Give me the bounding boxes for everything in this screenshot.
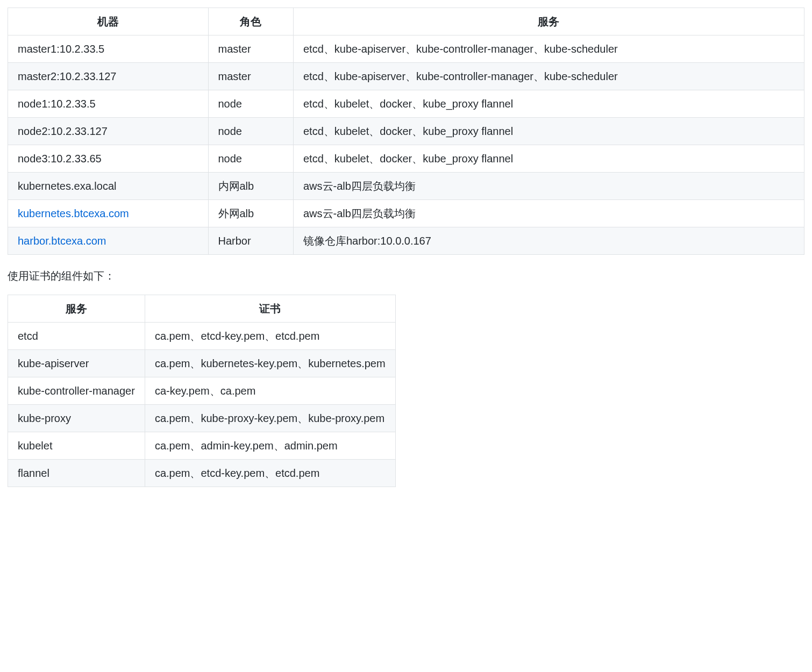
- table-row: harbor.btcexa.comHarbor镜像仓库harbor:10.0.0…: [8, 227, 804, 255]
- table-row: master1:10.2.33.5masteretcd、kube-apiserv…: [8, 35, 804, 63]
- services-cell: aws云-alb四层负载均衡: [293, 200, 804, 227]
- role-cell: master: [208, 63, 293, 90]
- col-machine-header: 机器: [8, 8, 209, 35]
- certs-cell: ca.pem、admin-key.pem、admin.pem: [145, 432, 395, 460]
- role-cell: Harbor: [208, 227, 293, 255]
- machine-cell: master2:10.2.33.127: [8, 63, 209, 90]
- table-row: node3:10.2.33.65nodeetcd、kubelet、docker、…: [8, 145, 804, 173]
- page-root: 机器 角色 服务 master1:10.2.33.5masteretcd、kub…: [0, 0, 812, 517]
- role-cell: node: [208, 145, 293, 173]
- certs-cell: ca.pem、etcd-key.pem、etcd.pem: [145, 460, 395, 487]
- services-cell: etcd、kubelet、docker、kube_proxy flannel: [293, 145, 804, 173]
- certificates-table: 服务 证书 etcdca.pem、etcd-key.pem、etcd.pemku…: [8, 295, 396, 487]
- certs-cell: ca.pem、kube-proxy-key.pem、kube-proxy.pem: [145, 405, 395, 432]
- service-cell: kube-apiserver: [8, 350, 145, 377]
- role-cell: node: [208, 90, 293, 118]
- services-cell: 镜像仓库harbor:10.0.0.167: [293, 227, 804, 255]
- machine-link[interactable]: harbor.btcexa.com: [18, 235, 106, 247]
- table-header-row: 服务 证书: [8, 295, 396, 323]
- table-row: node1:10.2.33.5nodeetcd、kubelet、docker、k…: [8, 90, 804, 118]
- table-row: kube-proxyca.pem、kube-proxy-key.pem、kube…: [8, 405, 396, 432]
- col-role-header: 角色: [208, 8, 293, 35]
- certificates-note: 使用证书的组件如下：: [8, 268, 804, 284]
- machine-cell: node1:10.2.33.5: [8, 90, 209, 118]
- col-services-header: 服务: [293, 8, 804, 35]
- table-row: kubernetes.btcexa.com外网albaws云-alb四层负载均衡: [8, 200, 804, 227]
- certs-cell: ca.pem、etcd-key.pem、etcd.pem: [145, 323, 395, 350]
- machine-link[interactable]: kubernetes.btcexa.com: [18, 208, 129, 219]
- table-row: kube-apiserverca.pem、kubernetes-key.pem、…: [8, 350, 396, 377]
- role-cell: node: [208, 118, 293, 145]
- table-row: kubeletca.pem、admin-key.pem、admin.pem: [8, 432, 396, 460]
- table-row: node2:10.2.33.127nodeetcd、kubelet、docker…: [8, 118, 804, 145]
- table-row: kubernetes.exa.local内网albaws云-alb四层负载均衡: [8, 173, 804, 200]
- machine-cell: kubernetes.exa.local: [8, 173, 209, 200]
- service-cell: kube-proxy: [8, 405, 145, 432]
- machine-cell: harbor.btcexa.com: [8, 227, 209, 255]
- machines-table: 机器 角色 服务 master1:10.2.33.5masteretcd、kub…: [8, 8, 804, 255]
- table-row: etcdca.pem、etcd-key.pem、etcd.pem: [8, 323, 396, 350]
- certs-cell: ca.pem、kubernetes-key.pem、kubernetes.pem: [145, 350, 395, 377]
- services-cell: etcd、kube-apiserver、kube-controller-mana…: [293, 35, 804, 63]
- col-cert-header: 证书: [145, 295, 395, 323]
- machine-cell: node3:10.2.33.65: [8, 145, 209, 173]
- col-service-header: 服务: [8, 295, 145, 323]
- services-cell: etcd、kubelet、docker、kube_proxy flannel: [293, 118, 804, 145]
- role-cell: 外网alb: [208, 200, 293, 227]
- table-row: flannelca.pem、etcd-key.pem、etcd.pem: [8, 460, 396, 487]
- service-cell: flannel: [8, 460, 145, 487]
- machine-cell: master1:10.2.33.5: [8, 35, 209, 63]
- table-row: master2:10.2.33.127masteretcd、kube-apise…: [8, 63, 804, 90]
- service-cell: kubelet: [8, 432, 145, 460]
- machine-cell: kubernetes.btcexa.com: [8, 200, 209, 227]
- services-cell: aws云-alb四层负载均衡: [293, 173, 804, 200]
- role-cell: 内网alb: [208, 173, 293, 200]
- service-cell: etcd: [8, 323, 145, 350]
- role-cell: master: [208, 35, 293, 63]
- service-cell: kube-controller-manager: [8, 377, 145, 405]
- machine-cell: node2:10.2.33.127: [8, 118, 209, 145]
- services-cell: etcd、kube-apiserver、kube-controller-mana…: [293, 63, 804, 90]
- table-header-row: 机器 角色 服务: [8, 8, 804, 35]
- certs-cell: ca-key.pem、ca.pem: [145, 377, 395, 405]
- table-row: kube-controller-managerca-key.pem、ca.pem: [8, 377, 396, 405]
- services-cell: etcd、kubelet、docker、kube_proxy flannel: [293, 90, 804, 118]
